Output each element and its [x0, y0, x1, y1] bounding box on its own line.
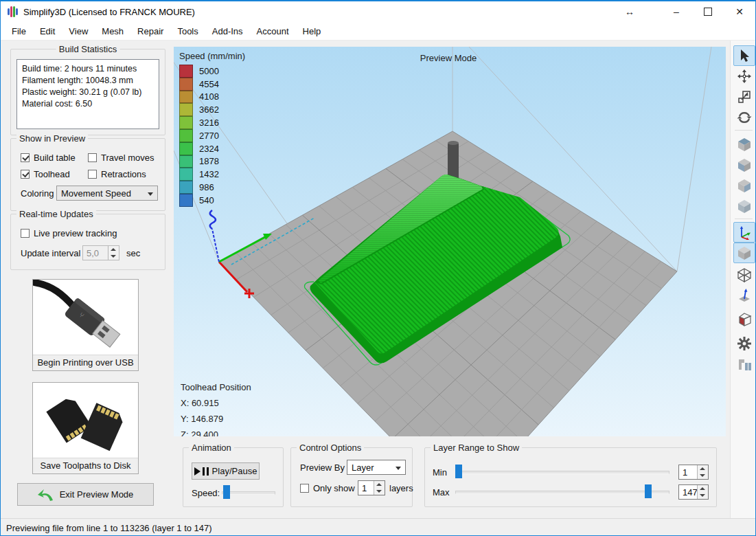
- wireframe-cube-icon: [737, 267, 752, 282]
- tool-move-button[interactable]: [733, 66, 755, 87]
- max-layer-spinner[interactable]: 147: [678, 484, 709, 500]
- legend-title: Speed (mm/min): [179, 51, 245, 61]
- tool-view-side-button[interactable]: [733, 175, 755, 196]
- close-button[interactable]: ✕: [724, 1, 755, 22]
- spinner-arrows-icon[interactable]: [697, 465, 708, 479]
- main-content: Build Statistics Build time: 2 hours 11 …: [1, 41, 755, 518]
- checkbox-build-table[interactable]: Build table: [21, 153, 76, 163]
- menu-item-tools[interactable]: Tools: [170, 23, 205, 39]
- only-show-checkbox-icon[interactable]: [300, 484, 309, 493]
- solid-cube-icon: [737, 245, 752, 260]
- speed-legend: Speed (mm/min) 5000 4554 4108 3662 3216 …: [179, 51, 245, 207]
- usb-cable-image: ⑂: [33, 280, 138, 355]
- update-interval-spinner[interactable]: 5,0: [82, 245, 119, 260]
- legend-entry: 4554: [179, 78, 245, 91]
- sd-button-label: Save Toolpaths to Disk: [33, 458, 138, 473]
- preview-mode-label: Preview Mode: [380, 53, 517, 63]
- menu-item-file[interactable]: File: [5, 23, 33, 39]
- toolhead-x: X: 60.915: [181, 395, 251, 411]
- legend-entry: 5000: [179, 65, 245, 78]
- toolhead-position-readout: Toolhead Position X: 60.915 Y: 146.879 Z…: [181, 379, 251, 436]
- animation-group: Animation Play/Pause Speed:: [183, 447, 284, 507]
- tool-view-iso-button[interactable]: [733, 196, 755, 216]
- tool-view-front-button[interactable]: [733, 155, 755, 175]
- interval-unit-label: sec: [126, 248, 140, 258]
- speed-slider-handle[interactable]: [223, 485, 230, 499]
- control-options-title: Control Options: [297, 443, 364, 453]
- min-layer-slider[interactable]: [455, 465, 669, 478]
- tool-solid-view-button[interactable]: [733, 243, 755, 263]
- toolhead-position-title: Toolhead Position: [181, 379, 251, 395]
- menu-item-help[interactable]: Help: [296, 23, 328, 39]
- legend-swatch: [179, 142, 193, 155]
- rotate-icon: [737, 110, 752, 125]
- menu-item-mesh[interactable]: Mesh: [95, 23, 130, 39]
- tool-wireframe-view-button[interactable]: [733, 265, 755, 285]
- travel-moves-checkbox-icon[interactable]: [88, 153, 97, 162]
- stat-material-cost: Material cost: 6.50: [22, 98, 154, 110]
- tool-select-button[interactable]: [733, 45, 755, 66]
- live-preview-checkbox-icon[interactable]: [21, 229, 30, 238]
- gear-icon: [737, 336, 752, 351]
- retractions-checkbox-icon[interactable]: [88, 170, 97, 179]
- checkbox-travel-moves[interactable]: Travel moves: [88, 153, 154, 163]
- tool-rotate-button[interactable]: [733, 107, 755, 128]
- spinner-arrows-icon[interactable]: [374, 481, 385, 495]
- menu-item-edit[interactable]: Edit: [33, 23, 62, 39]
- supports-icon: [737, 357, 752, 372]
- build-statistics-box: Build time: 2 hours 11 minutes Filament …: [16, 59, 159, 129]
- legend-swatch: [179, 155, 193, 168]
- checkbox-live-preview[interactable]: Live preview tracking: [21, 228, 117, 238]
- viewport-3d[interactable]: Preview Mode Speed (mm/min) 5000 4554 41…: [174, 47, 726, 436]
- save-toolpaths-button[interactable]: Save Toolpaths to Disk: [32, 382, 139, 474]
- min-slider-handle[interactable]: [455, 465, 462, 478]
- cube-top-view-icon: [737, 137, 752, 152]
- legend-swatch: [179, 116, 193, 129]
- toolhead-y: Y: 146.879: [181, 411, 251, 427]
- layer-range-group: Layer Range to Show Min 1 Max 147: [424, 447, 717, 507]
- toolhead-z: Z: 29.400: [181, 427, 251, 436]
- build-statistics-group: Build Statistics Build time: 2 hours 11 …: [10, 49, 165, 135]
- minimize-button[interactable]: –: [661, 1, 692, 22]
- toolhead-checkbox-icon[interactable]: [21, 170, 30, 179]
- only-show-spinner[interactable]: 1: [358, 480, 385, 495]
- tool-cross-section-button[interactable]: [733, 309, 755, 330]
- legend-swatch: [179, 65, 193, 78]
- max-slider-handle[interactable]: [645, 484, 652, 498]
- span-window-icon[interactable]: ↔: [616, 6, 643, 17]
- play-pause-button[interactable]: Play/Pause: [192, 462, 260, 480]
- tool-supports-button[interactable]: [733, 354, 755, 375]
- spinner-arrows-icon[interactable]: [697, 485, 708, 499]
- checkbox-toolhead[interactable]: Toolhead: [21, 169, 70, 179]
- tool-surface-normals-button[interactable]: [733, 285, 755, 306]
- toolbar-separator: [735, 219, 753, 219]
- coloring-label: Coloring: [21, 188, 54, 199]
- maximize-button[interactable]: [692, 1, 724, 22]
- build-table-checkbox-icon[interactable]: [21, 153, 30, 162]
- toolbar-separator: [735, 130, 753, 131]
- exit-preview-mode-button[interactable]: Exit Preview Mode: [17, 483, 154, 506]
- tool-settings-button[interactable]: [733, 333, 755, 354]
- spinner-arrows-icon[interactable]: [108, 246, 119, 260]
- begin-printing-usb-button[interactable]: ⑂ Begin Printing over USB: [32, 279, 139, 371]
- play-icon: [194, 467, 201, 476]
- legend-entry: 1432: [179, 168, 245, 181]
- menu-item-view[interactable]: View: [62, 23, 95, 39]
- checkbox-only-show[interactable]: Only show: [300, 483, 355, 493]
- min-layer-spinner[interactable]: 1: [678, 465, 709, 480]
- tool-scale-button[interactable]: [733, 87, 755, 107]
- menu-item-account[interactable]: Account: [250, 23, 296, 39]
- tool-view-top-button[interactable]: [733, 134, 755, 155]
- stat-filament-length: Filament length: 10048.3 mm: [22, 75, 154, 87]
- tool-show-axes-button[interactable]: [733, 222, 755, 243]
- menu-item-addins[interactable]: Add-Ins: [205, 23, 250, 39]
- animation-speed-slider[interactable]: [222, 485, 275, 499]
- menu-item-repair[interactable]: Repair: [130, 23, 170, 39]
- coloring-dropdown[interactable]: Movement Speed: [56, 186, 158, 201]
- pause-bar-icon: [207, 467, 209, 476]
- control-options-group: Control Options Preview By Layer Only sh…: [290, 447, 413, 507]
- checkbox-retractions[interactable]: Retractions: [88, 169, 146, 179]
- max-layer-slider[interactable]: [455, 484, 669, 498]
- legend-entry: 3662: [179, 103, 245, 116]
- preview-by-dropdown[interactable]: Layer: [347, 460, 406, 475]
